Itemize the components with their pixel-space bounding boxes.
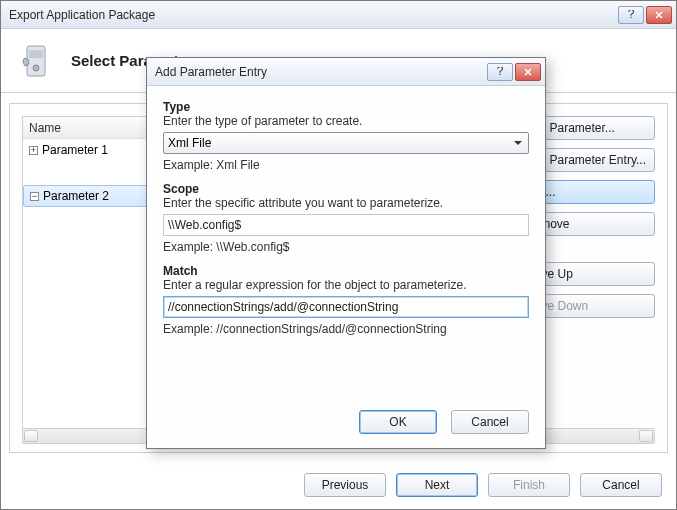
chevron-down-icon: [512, 137, 524, 149]
add-parameter-entry-dialog: Add Parameter Entry ? Type Enter the typ…: [146, 57, 546, 449]
modal-close-button[interactable]: [515, 63, 541, 81]
scope-example: Example: \\Web.config$: [163, 240, 529, 254]
type-description: Enter the type of parameter to create.: [163, 114, 529, 128]
type-heading: Type: [163, 100, 529, 114]
scroll-right-icon[interactable]: [639, 430, 653, 442]
modal-titlebar: Add Parameter Entry ?: [147, 58, 545, 86]
package-icon: [15, 40, 57, 82]
match-heading: Match: [163, 264, 529, 278]
outer-titlebar: Export Application Package ?: [1, 1, 676, 29]
svg-point-3: [33, 65, 39, 71]
scope-heading: Scope: [163, 182, 529, 196]
modal-footer: OK Cancel: [147, 402, 545, 448]
type-value: Xml File: [168, 136, 211, 150]
svg-text:?: ?: [628, 10, 635, 20]
previous-button[interactable]: Previous: [304, 473, 386, 497]
type-combobox[interactable]: Xml File: [163, 132, 529, 154]
ok-button[interactable]: OK: [359, 410, 437, 434]
outer-title: Export Application Package: [9, 8, 618, 22]
modal-cancel-button[interactable]: Cancel: [451, 410, 529, 434]
finish-button: Finish: [488, 473, 570, 497]
export-package-window: Export Application Package ? Select Para…: [0, 0, 677, 510]
collapse-icon[interactable]: −: [30, 192, 39, 201]
param-name: Parameter 1: [42, 143, 108, 157]
type-example: Example: Xml File: [163, 158, 529, 172]
modal-title: Add Parameter Entry: [155, 65, 487, 79]
scope-input[interactable]: [163, 214, 529, 236]
svg-text:?: ?: [497, 67, 504, 77]
scope-description: Enter the specific attribute you want to…: [163, 196, 529, 210]
match-input[interactable]: [163, 296, 529, 318]
next-button[interactable]: Next: [396, 473, 478, 497]
help-button[interactable]: ?: [618, 6, 644, 24]
match-description: Enter a regular expression for the objec…: [163, 278, 529, 292]
modal-help-button[interactable]: ?: [487, 63, 513, 81]
close-button[interactable]: [646, 6, 672, 24]
param-name: Parameter 2: [43, 189, 109, 203]
svg-rect-2: [29, 50, 43, 58]
expand-icon[interactable]: +: [29, 146, 38, 155]
wizard-footer: Previous Next Finish Cancel: [304, 473, 662, 497]
modal-body: Type Enter the type of parameter to crea…: [147, 86, 545, 402]
cancel-button[interactable]: Cancel: [580, 473, 662, 497]
scroll-left-icon[interactable]: [24, 430, 38, 442]
match-example: Example: //connectionStrings/add/@connec…: [163, 322, 529, 336]
